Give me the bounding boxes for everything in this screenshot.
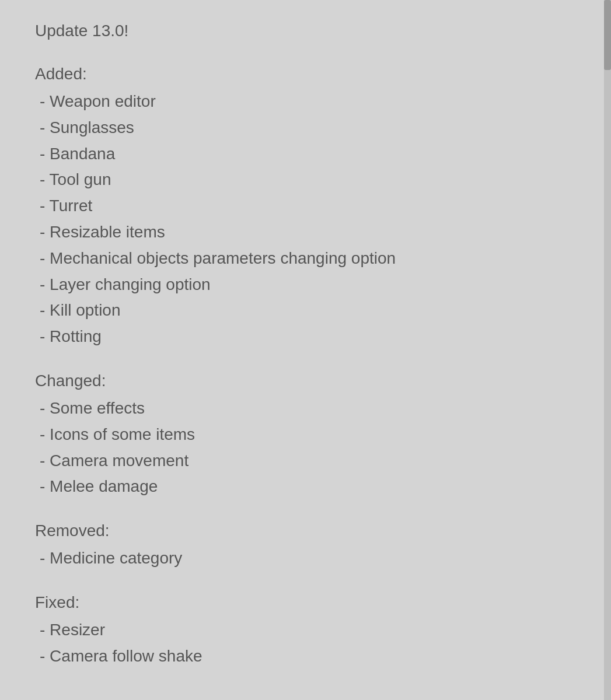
section-heading-2: Removed: xyxy=(35,519,572,543)
list-item-0-8: - Kill option xyxy=(35,298,572,324)
list-item-0-0: - Weapon editor xyxy=(35,89,572,115)
list-item-2-0: - Medicine category xyxy=(35,545,572,572)
list-item-1-2: - Camera movement xyxy=(35,448,572,474)
list-item-3-1: - Camera follow shake xyxy=(35,643,572,670)
section-heading-0: Added: xyxy=(35,62,572,86)
page-container: Update 13.0! Added:- Weapon editor- Sung… xyxy=(0,0,611,700)
list-item-1-3: - Melee damage xyxy=(35,474,572,500)
list-item-1-1: - Icons of some items xyxy=(35,422,572,448)
list-item-0-3: - Tool gun xyxy=(35,167,572,193)
list-item-1-0: - Some effects xyxy=(35,396,572,422)
section-2: Removed:- Medicine category xyxy=(35,519,572,572)
section-1: Changed:- Some effects- Icons of some it… xyxy=(35,369,572,500)
list-item-0-7: - Layer changing option xyxy=(35,272,572,298)
list-item-0-6: - Mechanical objects parameters changing… xyxy=(35,246,572,272)
list-item-3-0: - Resizer xyxy=(35,617,572,643)
section-heading-3: Fixed: xyxy=(35,590,572,615)
sections-container: Added:- Weapon editor- Sunglasses- Banda… xyxy=(35,62,572,670)
main-content: Update 13.0! Added:- Weapon editor- Sung… xyxy=(0,0,595,700)
section-0: Added:- Weapon editor- Sunglasses- Banda… xyxy=(35,62,572,350)
list-item-0-5: - Resizable items xyxy=(35,219,572,246)
section-heading-1: Changed: xyxy=(35,369,572,393)
list-item-0-4: - Turret xyxy=(35,193,572,219)
section-3: Fixed:- Resizer- Camera follow shake xyxy=(35,590,572,670)
update-title: Update 13.0! xyxy=(35,19,572,43)
list-item-0-1: - Sunglasses xyxy=(35,115,572,141)
main-title: Update 13.0! xyxy=(35,22,128,40)
list-item-0-2: - Bandana xyxy=(35,141,572,167)
scrollbar-thumb[interactable] xyxy=(604,0,611,70)
list-item-0-9: - Rotting xyxy=(35,324,572,350)
scrollbar-track[interactable] xyxy=(604,0,611,700)
